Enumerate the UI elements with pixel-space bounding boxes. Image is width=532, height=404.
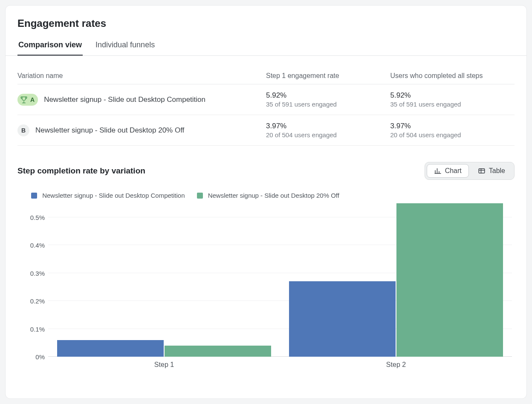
table-row: B Newsletter signup - Slide out Desktop … xyxy=(17,115,515,146)
legend-swatch-b xyxy=(197,193,203,199)
bar[interactable] xyxy=(165,346,271,357)
legend-swatch-a xyxy=(31,193,37,199)
legend-label-a: Newsletter signup - Slide out Desktop Co… xyxy=(42,192,185,199)
col-step1-rate: Step 1 engagement rate xyxy=(266,68,390,84)
toggle-table-button[interactable]: Table xyxy=(471,164,512,178)
table-icon xyxy=(478,167,486,175)
bar-group xyxy=(280,203,512,357)
x-axis-tick: Step 1 xyxy=(48,361,280,369)
y-axis-tick: 0.2% xyxy=(20,297,45,305)
step1-detail: 20 of 504 users engaged xyxy=(266,131,385,139)
variation-name: Newsletter signup - Slide out Desktop Co… xyxy=(44,95,205,104)
bar-chart-icon xyxy=(434,167,442,175)
winner-badge: A xyxy=(17,94,38,106)
toggle-table-label: Table xyxy=(489,167,505,175)
tabs: Comparison view Individual funnels xyxy=(6,37,526,56)
toggle-chart-label: Chart xyxy=(445,167,462,175)
x-axis-tick: Step 2 xyxy=(280,361,512,369)
all-rate: 3.97% xyxy=(390,122,510,130)
y-axis-tick: 0% xyxy=(20,353,45,361)
legend-item-a: Newsletter signup - Slide out Desktop Co… xyxy=(31,192,185,199)
col-completed-all: Users who completed all steps xyxy=(390,68,515,84)
col-variation-name: Variation name xyxy=(17,68,266,84)
table-row: A Newsletter signup - Slide out Desktop … xyxy=(17,84,515,115)
trophy-icon xyxy=(19,95,29,104)
all-rate: 5.92% xyxy=(390,91,510,100)
variation-badge-letter: B xyxy=(17,124,29,136)
engagement-table: Variation name Step 1 engagement rate Us… xyxy=(17,68,515,146)
step1-detail: 35 of 591 users engaged xyxy=(266,101,385,108)
variation-name: Newsletter signup - Slide out Desktop 20… xyxy=(35,126,184,135)
tab-comparison-view[interactable]: Comparison view xyxy=(17,37,83,56)
svg-rect-0 xyxy=(479,169,485,173)
bar[interactable] xyxy=(57,340,164,357)
view-toggle: Chart Table xyxy=(425,162,515,180)
chart-legend: Newsletter signup - Slide out Desktop Co… xyxy=(31,192,515,199)
card-title: Engagement rates xyxy=(17,17,515,29)
engagement-card: Engagement rates Comparison view Individ… xyxy=(5,5,527,399)
y-axis-tick: 0.4% xyxy=(20,242,45,249)
bar-group xyxy=(48,203,280,357)
legend-label-b: Newsletter signup - Slide out Desktop 20… xyxy=(208,192,339,199)
all-detail: 20 of 504 users engaged xyxy=(390,131,510,139)
all-detail: 35 of 591 users engaged xyxy=(390,101,510,108)
toggle-chart-button[interactable]: Chart xyxy=(427,164,469,178)
bar-chart: 0%0.1%0.2%0.3%0.4%0.5% Step 1Step 2 xyxy=(20,203,512,369)
bar[interactable] xyxy=(396,203,503,357)
step1-rate: 5.92% xyxy=(266,91,385,100)
y-axis-tick: 0.5% xyxy=(20,214,45,221)
tab-individual-funnels[interactable]: Individual funnels xyxy=(95,37,156,55)
step1-rate: 3.97% xyxy=(266,122,385,130)
section-title: Step completion rate by variation xyxy=(17,166,145,176)
y-axis-tick: 0.3% xyxy=(20,269,45,277)
y-axis-tick: 0.1% xyxy=(20,325,45,332)
legend-item-b: Newsletter signup - Slide out Desktop 20… xyxy=(197,192,339,199)
bar[interactable] xyxy=(289,281,396,357)
variation-badge-letter: A xyxy=(30,96,35,103)
